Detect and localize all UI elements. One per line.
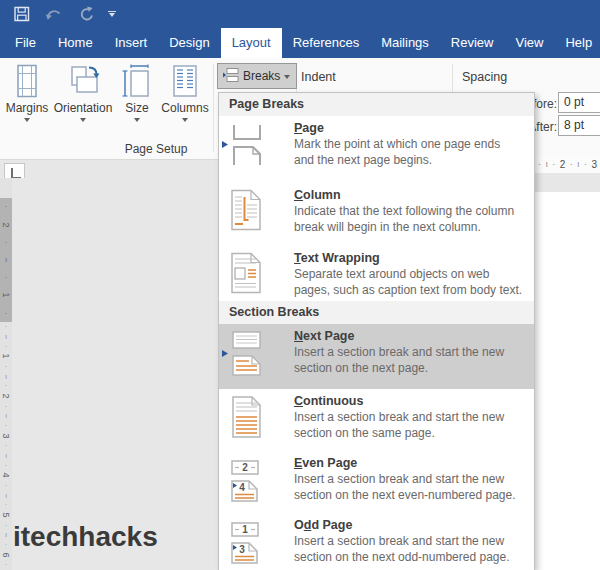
ruler-tick: ·: [5, 441, 8, 450]
svg-text:1: 1: [242, 524, 248, 535]
ruler-tick: ·: [5, 481, 8, 490]
ruler-tick: 3: [591, 159, 597, 170]
title-bar: [0, 0, 600, 28]
orientation-icon: [50, 64, 116, 98]
chevron-down-icon: [284, 75, 290, 79]
menu-item-title: Page: [294, 121, 534, 135]
menu-item-page[interactable]: PageMark the point at which one page end…: [219, 116, 534, 183]
menu-item-title: Continuous: [294, 394, 534, 408]
ruler-tick: ·: [5, 342, 8, 351]
ruler-tick: ·: [552, 159, 555, 169]
ribbon-button-columns[interactable]: Columns: [157, 64, 213, 122]
ruler-tick: ·: [5, 521, 8, 530]
ruler-tick: 5: [1, 513, 11, 518]
page-break-small-icon: [223, 66, 239, 87]
tab-references[interactable]: References: [282, 28, 370, 58]
redo-icon[interactable]: [79, 6, 95, 22]
ruler-tick: ·: [5, 202, 8, 211]
vertical-ruler-page-band: ·ı·1·ı·2·ı·3·ı·4·ı·5·ı·6·: [0, 322, 12, 570]
ruler-tick: ı: [5, 491, 7, 500]
vertical-ruler-margin-band: ·2·ı·1·: [0, 198, 12, 322]
menu-item-description: Insert a section break and start the new: [294, 472, 534, 488]
menu-item-description: Separate text around objects on web: [294, 267, 534, 283]
ruler-tick: ı: [5, 255, 7, 264]
chevron-down-icon: [134, 118, 140, 122]
horizontal-ruler: ·ı·2·ı·3: [535, 155, 600, 173]
menu-item-description: Indicate that the text following the col…: [294, 204, 534, 220]
ruler-tick: 2: [1, 222, 11, 227]
chevron-down-icon: [24, 118, 30, 122]
margins-label: Margins: [4, 101, 50, 115]
ruler-tick: 6: [1, 552, 11, 557]
ribbon-tab-bar: FileHomeInsertDesignLayoutReferencesMail…: [0, 28, 600, 58]
menu-item-even-page[interactable]: 2 4 Even PageInsert a section break and …: [219, 451, 534, 513]
orientation-label: Orientation: [50, 101, 116, 115]
breaks-button[interactable]: Breaks: [217, 63, 297, 89]
menu-section-header-section-breaks: Section Breaks: [219, 301, 534, 324]
tab-view[interactable]: View: [504, 28, 554, 58]
ruler-tick: ı: [5, 372, 7, 381]
menu-item-description: break will begin in the next column.: [294, 220, 534, 236]
tab-help[interactable]: Help: [554, 28, 600, 58]
spacing-before-input[interactable]: 0 pt: [558, 92, 600, 113]
menu-item-text-wrapping[interactable]: Text WrappingSeparate text around object…: [219, 246, 534, 301]
tab-mailings[interactable]: Mailings: [370, 28, 440, 58]
menu-item-description: Insert a section break and start the new: [294, 410, 534, 426]
continuous-icon: [219, 393, 294, 451]
tab-design[interactable]: Design: [158, 28, 220, 58]
ruler-tick: ·: [5, 402, 8, 411]
tab-layout[interactable]: Layout: [221, 28, 282, 58]
save-icon[interactable]: [14, 6, 30, 22]
tab-file[interactable]: File: [4, 28, 47, 58]
columns-icon: [157, 64, 213, 98]
tab-home[interactable]: Home: [47, 28, 104, 58]
odd-page-icon: 1 3: [219, 517, 294, 570]
ruler-tick: ·: [5, 381, 8, 390]
page-setup-group-label: Page Setup: [116, 142, 196, 156]
breaks-dropdown-menu: Page Breaks PageMark the point at which …: [218, 92, 535, 570]
ruler-tick: ı: [5, 411, 7, 420]
size-icon: [116, 64, 158, 98]
ruler-tick: 3: [1, 433, 11, 438]
menu-item-column[interactable]: ColumnIndicate that the text following t…: [219, 183, 534, 246]
next-page-icon: [219, 328, 294, 389]
menu-item-next-page[interactable]: Next PageInsert a section break and star…: [219, 324, 534, 389]
ruler-tick: 2: [1, 394, 11, 399]
ruler-tick: ı: [545, 159, 548, 169]
ribbon-button-margins[interactable]: Margins: [4, 64, 50, 122]
ruler-tick: ·: [5, 309, 8, 318]
menu-item-description: and the next page begins.: [294, 153, 534, 169]
ruler-tick: ı: [5, 530, 7, 539]
menu-section-header-page-breaks: Page Breaks: [219, 93, 534, 116]
menu-item-description: section on the next odd-numbered page.: [294, 550, 534, 566]
group-separator: [213, 64, 214, 152]
menu-item-title: Column: [294, 188, 534, 202]
page-break-icon: [219, 120, 294, 183]
even-page-icon: 2 4: [219, 455, 294, 513]
size-label: Size: [116, 101, 158, 115]
column-break-icon: [219, 187, 294, 246]
menu-item-description: pages, such as caption text from body te…: [294, 283, 534, 299]
ruler-tick: ·: [5, 540, 8, 549]
tab-insert[interactable]: Insert: [104, 28, 159, 58]
menu-item-description: section on the same page.: [294, 426, 534, 442]
menu-item-description: Insert a section break and start the new: [294, 534, 534, 550]
menu-item-title: Text Wrapping: [294, 251, 534, 265]
chevron-down-icon: [80, 118, 86, 122]
document-page[interactable]: [535, 192, 600, 570]
menu-item-odd-page[interactable]: 1 3 Odd PageInsert a section break and s…: [219, 513, 534, 570]
ribbon-button-orientation[interactable]: Orientation: [50, 64, 116, 122]
customize-quick-access-toolbar-icon[interactable]: [108, 11, 116, 17]
undo-icon[interactable]: [45, 7, 64, 22]
ruler-tick: ·: [5, 322, 8, 331]
menu-item-continuous[interactable]: ContinuousInsert a section break and sta…: [219, 389, 534, 451]
watermark-text: itechhacks: [13, 521, 158, 553]
menu-item-description: section on the next page.: [294, 361, 534, 377]
margins-icon: [4, 64, 50, 98]
ruler-tick: ·: [584, 159, 587, 169]
vertical-ruler: ·2·ı·1· ·ı·1·ı·2·ı·3·ı·4·ı·5·ı·6·: [0, 178, 12, 570]
ribbon-button-size[interactable]: Size: [116, 64, 158, 122]
spacing-section-label: Spacing: [462, 70, 507, 84]
spacing-after-input[interactable]: 8 pt: [558, 115, 600, 136]
tab-review[interactable]: Review: [440, 28, 505, 58]
